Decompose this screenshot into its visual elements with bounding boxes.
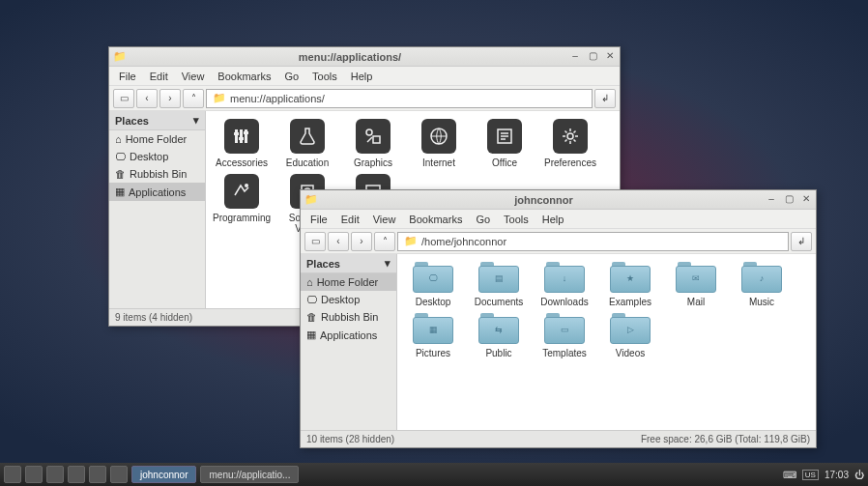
icon-view[interactable]: 🖵Desktop▤Documents↓Downloads★Examples✉Ma…	[397, 254, 816, 430]
menu-bookmarks[interactable]: Bookmarks	[403, 212, 468, 227]
launcher-terminal[interactable]	[68, 466, 85, 483]
sidebar-item-home[interactable]: ⌂Home Folder	[301, 273, 396, 291]
folder-templates[interactable]: ▭Templates	[536, 313, 593, 358]
close-button[interactable]: ✕	[604, 51, 616, 63]
address-bar[interactable]: 📁/home/johnconnor	[397, 232, 789, 251]
app-category-education[interactable]: Education	[279, 119, 335, 168]
app-category-accessories[interactable]: Accessories	[214, 119, 270, 168]
app-label: Internet	[422, 157, 455, 168]
folder-mail[interactable]: ✉Mail	[668, 262, 724, 307]
new-tab-button[interactable]: ▭	[304, 232, 326, 251]
folder-label: Documents	[475, 297, 524, 307]
keyboard-indicator[interactable]: ⌨	[783, 470, 796, 480]
clock[interactable]: 17:03	[825, 470, 849, 480]
apps-icon: ▦	[115, 186, 125, 198]
sidebar-item-trash[interactable]: 🗑Rubbish Bin	[301, 308, 396, 326]
sidebar-item-home[interactable]: ⌂Home Folder	[109, 130, 205, 148]
power-icon[interactable]: ⏻	[854, 470, 864, 480]
menu-go[interactable]: Go	[278, 69, 304, 84]
minimize-button[interactable]: –	[569, 51, 581, 63]
folder-label: Desktop	[416, 297, 451, 307]
menu-edit[interactable]: Edit	[335, 212, 365, 227]
folder-public[interactable]: ⇆Public	[471, 313, 527, 358]
new-tab-button[interactable]: ▭	[113, 89, 134, 108]
close-button[interactable]: ✕	[800, 194, 812, 206]
maximize-button[interactable]: ▢	[587, 51, 598, 63]
address-bar[interactable]: 📁menu://applications/	[206, 89, 593, 108]
svg-rect-3	[234, 132, 239, 135]
app-category-preferences[interactable]: Preferences	[542, 119, 598, 168]
go-button[interactable]: ↲	[594, 89, 616, 108]
gear-icon	[553, 119, 588, 154]
app-category-internet[interactable]: Internet	[411, 119, 467, 168]
layout-indicator[interactable]: US	[802, 470, 819, 480]
folder-music[interactable]: ♪Music	[734, 262, 790, 307]
sidebar-item-desktop[interactable]: 🖵Desktop	[301, 291, 396, 308]
app-category-office[interactable]: Office	[477, 119, 533, 168]
app-category-graphics[interactable]: Graphics	[345, 119, 401, 168]
sidebar-item-applications[interactable]: ▦Applications	[301, 326, 396, 344]
sidebar-item-applications[interactable]: ▦Applications	[109, 183, 205, 201]
folder-pictures[interactable]: ▦Pictures	[405, 313, 461, 358]
places-header[interactable]: Places▾	[301, 254, 396, 273]
folder-icon: 🖵	[413, 262, 453, 293]
launcher-filemanager[interactable]	[25, 466, 43, 483]
menu-edit[interactable]: Edit	[144, 69, 174, 84]
folder-label: Mail	[687, 297, 705, 307]
menu-help[interactable]: Help	[536, 212, 570, 227]
launcher-browser[interactable]	[46, 466, 64, 483]
folder-examples[interactable]: ★Examples	[602, 262, 658, 307]
graphics-icon	[356, 119, 391, 154]
app-label: Programming	[213, 213, 271, 223]
svg-rect-7	[373, 136, 380, 143]
svg-point-11	[245, 184, 248, 187]
forward-button[interactable]: ›	[159, 89, 181, 108]
up-button[interactable]: ˄	[374, 232, 395, 251]
menu-tools[interactable]: Tools	[498, 212, 535, 227]
menubar: File Edit View Bookmarks Go Tools Help	[109, 67, 620, 86]
sidebar: Places▾ ⌂Home Folder 🖵Desktop 🗑Rubbish B…	[301, 254, 397, 430]
forward-button[interactable]: ›	[351, 232, 372, 251]
titlebar[interactable]: 📁 menu://applications/ – ▢ ✕	[109, 47, 620, 67]
menu-go[interactable]: Go	[470, 212, 496, 227]
workspace-switcher[interactable]	[110, 466, 128, 483]
file-manager-window-home: 📁 johnconnor – ▢ ✕ File Edit View Bookma…	[300, 189, 817, 448]
folder-icon: ★	[610, 262, 651, 293]
menu-view[interactable]: View	[367, 212, 402, 227]
taskbar-entry-home[interactable]: johnconnor	[131, 466, 196, 483]
start-menu-button[interactable]	[4, 466, 21, 483]
app-label: Preferences	[544, 157, 596, 168]
menu-help[interactable]: Help	[345, 69, 379, 84]
folder-label: Public	[485, 348, 511, 358]
sidebar-item-desktop[interactable]: 🖵Desktop	[109, 148, 205, 165]
app-category-programming[interactable]: Programming	[214, 174, 270, 234]
folder-documents[interactable]: ▤Documents	[471, 262, 527, 307]
back-button[interactable]: ‹	[136, 89, 158, 108]
menu-tools[interactable]: Tools	[306, 69, 343, 84]
menu-file[interactable]: File	[304, 212, 333, 227]
svg-rect-1	[240, 129, 243, 143]
minimize-button[interactable]: –	[766, 194, 777, 206]
show-desktop-button[interactable]	[89, 466, 106, 483]
sidebar-item-trash[interactable]: 🗑Rubbish Bin	[109, 165, 205, 183]
titlebar[interactable]: 📁 johnconnor – ▢ ✕	[301, 190, 816, 210]
folder-videos[interactable]: ▷Videos	[602, 313, 658, 358]
menu-bookmarks[interactable]: Bookmarks	[212, 69, 276, 84]
up-button[interactable]: ˄	[183, 89, 204, 108]
office-icon	[487, 119, 522, 154]
toolbar: ▭ ‹ › ˄ 📁menu://applications/ ↲	[109, 86, 620, 111]
back-button[interactable]: ‹	[328, 232, 349, 251]
taskbar-entry-applications[interactable]: menu://applicatio...	[200, 466, 299, 483]
folder-icon: ▷	[610, 313, 651, 344]
places-header[interactable]: Places▾	[109, 111, 205, 130]
maximize-button[interactable]: ▢	[783, 194, 795, 206]
folder-icon: 📁	[404, 235, 418, 247]
folder-desktop[interactable]: 🖵Desktop	[405, 262, 461, 307]
menu-file[interactable]: File	[113, 69, 142, 84]
folder-icon: ✉	[676, 262, 716, 293]
folder-icon: 📁	[113, 50, 127, 64]
folder-downloads[interactable]: ↓Downloads	[536, 262, 593, 307]
app-label: Office	[492, 157, 517, 168]
menu-view[interactable]: View	[176, 69, 211, 84]
go-button[interactable]: ↲	[791, 232, 812, 251]
